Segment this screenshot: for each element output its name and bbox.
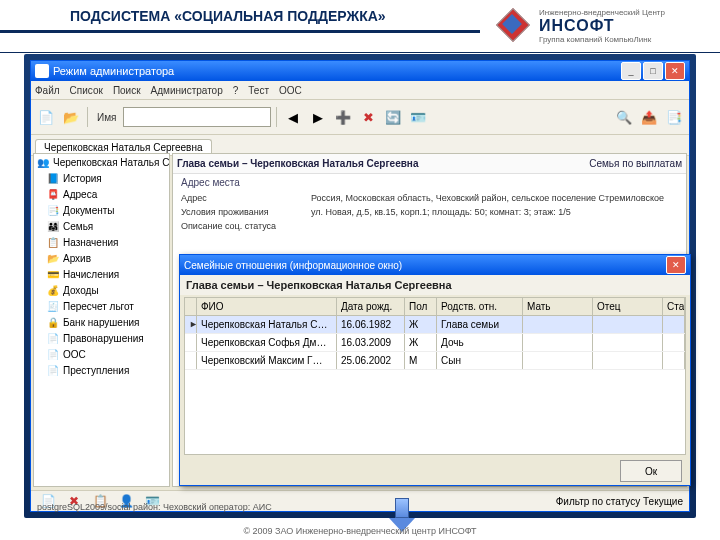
clipboard-icon: 📋 xyxy=(46,235,60,249)
menu-test[interactable]: Тест xyxy=(248,85,269,96)
grid-header: ФИО Дата рожд. Пол Родств. отн. Мать Оте… xyxy=(185,298,685,316)
tree-documents[interactable]: 📑Документы xyxy=(34,202,169,218)
tree-accruals[interactable]: 💳Начисления xyxy=(34,266,169,282)
col-sex: Пол xyxy=(405,298,437,315)
tree-crimes[interactable]: 📄Преступления xyxy=(34,362,169,378)
tree-history[interactable]: 📘История xyxy=(34,170,169,186)
tree-oos[interactable]: 📄ООС xyxy=(34,346,169,362)
family-icon: 👨‍👩‍👧 xyxy=(46,219,60,233)
slide-stage: Режим администратора _ □ ✕ Файл Список П… xyxy=(24,54,696,518)
app-title: Режим администратора xyxy=(53,65,174,77)
ok-button[interactable]: Ок xyxy=(620,460,682,482)
app-titlebar[interactable]: Режим администратора _ □ ✕ xyxy=(31,61,689,81)
family-grid[interactable]: ФИО Дата рожд. Пол Родств. отн. Мать Оте… xyxy=(184,297,686,455)
minimize-button[interactable]: _ xyxy=(621,62,641,80)
content-heading-left: Глава семьи – Черепковская Наталья Серге… xyxy=(177,158,589,169)
name-search-input[interactable] xyxy=(123,107,271,127)
value-address: Россия, Московская область, Чеховский ра… xyxy=(311,193,678,203)
label-status: Описание соц. статуса xyxy=(181,221,311,231)
cell-st xyxy=(663,316,685,333)
dialog-close-button[interactable]: ✕ xyxy=(666,256,686,274)
menu-search[interactable]: Поиск xyxy=(113,85,141,96)
label-living: Условия проживания xyxy=(181,207,311,217)
menu-file[interactable]: Файл xyxy=(35,85,60,96)
col-relation: Родств. отн. xyxy=(437,298,523,315)
tree-recalc[interactable]: 🧾Пересчет льгот xyxy=(34,298,169,314)
menu-admin[interactable]: Администратор xyxy=(151,85,223,96)
brand-block: Инженерно-внедренческий Центр ИНСОФТ Гру… xyxy=(495,0,720,52)
menu-oos[interactable]: ООС xyxy=(279,85,302,96)
value-living: ул. Новая, д.5, кв.15, корп.1; площадь: … xyxy=(311,207,678,217)
tree-assignments[interactable]: 📋Назначения xyxy=(34,234,169,250)
grid-row[interactable]: Черепковский Максим Г… 25.06.2002 М Сын xyxy=(185,352,685,370)
tree-root[interactable]: 👥Черепковская Наталья Сергеевна xyxy=(34,154,169,170)
dialog-heading: Глава семьи – Черепковская Наталья Серге… xyxy=(180,275,690,295)
app-icon xyxy=(35,64,49,78)
next-icon[interactable]: ▶ xyxy=(307,106,329,128)
cell-rel: Глава семьи xyxy=(437,316,523,333)
book-icon: 📘 xyxy=(46,171,60,185)
folder-icon: 📂 xyxy=(46,251,60,265)
card-icon[interactable]: 🪪 xyxy=(407,106,429,128)
close-button[interactable]: ✕ xyxy=(665,62,685,80)
brand-subline: Группа компаний КомпьюЛинк xyxy=(539,35,665,44)
open-icon[interactable]: 📂 xyxy=(60,106,82,128)
receipt-icon: 🧾 xyxy=(46,299,60,313)
tree-family[interactable]: 👨‍👩‍👧Семья xyxy=(34,218,169,234)
cell-dad xyxy=(593,316,663,333)
tree-offenses[interactable]: 📄Правонарушения xyxy=(34,330,169,346)
tree-income[interactable]: 💰Доходы xyxy=(34,282,169,298)
grid-row[interactable]: Черепковская Софья Дм… 16.03.2009 Ж Дочь xyxy=(185,334,685,352)
new-doc-icon[interactable]: 📄 xyxy=(35,106,57,128)
header-rule xyxy=(0,30,480,33)
people-icon: 👥 xyxy=(36,155,50,169)
slide-title: ПОДСИСТЕМА «СОЦИАЛЬНАЯ ПОДДЕРЖКА» xyxy=(70,8,386,24)
grid-row[interactable]: ► Черепковская Наталья С… 16.06.1982 Ж Г… xyxy=(185,316,685,334)
statusbar-left: postgreSQL2009/social район: Чеховский о… xyxy=(37,502,272,512)
search-icon[interactable]: 🔍 xyxy=(613,106,635,128)
tree-addresses[interactable]: 📮Адреса xyxy=(34,186,169,202)
page-icon: 📄 xyxy=(46,347,60,361)
nav-tree[interactable]: 👥Черепковская Наталья Сергеевна 📘История… xyxy=(33,153,170,487)
cell-fio: Черепковская Наталья С… xyxy=(197,316,337,333)
page-icon: 📄 xyxy=(46,363,60,377)
menu-bar: Файл Список Поиск Администратор ? Тест О… xyxy=(31,81,689,100)
content-subheading: Адрес места xyxy=(173,174,686,191)
money-icon: 💰 xyxy=(46,283,60,297)
brand-icon xyxy=(495,7,533,45)
col-fio: ФИО xyxy=(197,298,337,315)
col-father: Отец xyxy=(593,298,663,315)
docs-icon: 📑 xyxy=(46,203,60,217)
slide-footer: © 2009 ЗАО Инженерно-внедренческий центр… xyxy=(0,526,720,536)
add-record-icon[interactable]: ➕ xyxy=(332,106,354,128)
slide-header: ПОДСИСТЕМА «СОЦИАЛЬНАЯ ПОДДЕРЖКА» Инжене… xyxy=(0,0,720,53)
menu-list[interactable]: Список xyxy=(70,85,103,96)
content-heading-right: Семья по выплатам xyxy=(589,158,682,169)
maximize-button[interactable]: □ xyxy=(643,62,663,80)
print-icon[interactable]: 📑 xyxy=(663,106,685,128)
cell-dob: 16.06.1982 xyxy=(337,316,405,333)
cell-mom xyxy=(523,316,593,333)
cell-sex: Ж xyxy=(405,316,437,333)
tree-bank[interactable]: 🔒Банк нарушения xyxy=(34,314,169,330)
toolbar-label-name: Имя xyxy=(97,112,116,123)
col-status: Статус xyxy=(663,298,685,315)
value-status xyxy=(311,221,678,231)
brand-name: ИНСОФТ xyxy=(539,17,665,35)
family-dialog: Семейные отношения (информационное окно)… xyxy=(179,254,691,486)
menu-help[interactable]: ? xyxy=(233,85,239,96)
col-mother: Мать xyxy=(523,298,593,315)
dialog-title: Семейные отношения (информационное окно) xyxy=(184,260,402,271)
tree-archive[interactable]: 📂Архив xyxy=(34,250,169,266)
label-address: Адрес xyxy=(181,193,311,203)
card-icon: 💳 xyxy=(46,267,60,281)
toolbar: 📄 📂 Имя ◀ ▶ ➕ ✖ 🔄 🪪 🔍 📤 📑 xyxy=(31,100,689,135)
delete-record-icon[interactable]: ✖ xyxy=(357,106,379,128)
refresh-icon[interactable]: 🔄 xyxy=(382,106,404,128)
export-icon[interactable]: 📤 xyxy=(638,106,660,128)
address-icon: 📮 xyxy=(46,187,60,201)
col-marker xyxy=(185,298,197,315)
prev-icon[interactable]: ◀ xyxy=(282,106,304,128)
lock-icon: 🔒 xyxy=(46,315,60,329)
dialog-titlebar[interactable]: Семейные отношения (информационное окно)… xyxy=(180,255,690,275)
